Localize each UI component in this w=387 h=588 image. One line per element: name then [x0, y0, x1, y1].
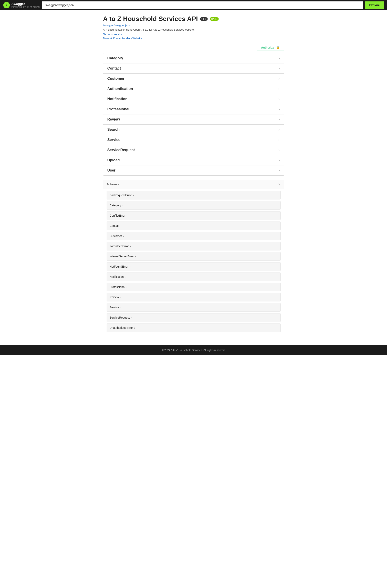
api-group-name: Review [107, 117, 120, 122]
api-group-item: Professional › [103, 104, 284, 114]
explore-button[interactable]: Explore [365, 1, 384, 9]
main-content: A to Z Household Services API 1.0.0 OAS3… [100, 10, 287, 345]
schema-chevron-right-icon: › [130, 245, 131, 248]
authorize-section: Authorize 🔓 [103, 44, 284, 51]
schema-name: ForbiddenError [110, 245, 129, 248]
api-description: API documentation using OpenAPI 3.0 for … [103, 28, 284, 31]
schema-chevron-right-icon: › [120, 296, 121, 299]
schema-name: Category [110, 204, 121, 207]
chevron-right-icon: › [279, 158, 280, 162]
schema-item[interactable]: ConflictError › [107, 211, 281, 220]
api-group-header-review[interactable]: Review › [103, 114, 284, 125]
api-group-name: User [107, 168, 116, 172]
brand-sub: POWERED BY SMARTBEAR [11, 6, 40, 8]
api-group-item: Authentication › [103, 84, 284, 94]
schema-name: Service [110, 306, 119, 309]
schema-chevron-right-icon: › [134, 326, 135, 329]
api-group-item: Customer › [103, 74, 284, 84]
api-group-name: Authentication [107, 87, 133, 91]
website-link[interactable]: Mayank Kumar Poddar - Website [103, 37, 284, 40]
api-group-name: ServiceRequest [107, 148, 135, 152]
schema-item[interactable]: BadRequestError › [107, 191, 281, 199]
api-group-item: Upload › [103, 155, 284, 166]
api-group-header-contact[interactable]: Contact › [103, 63, 284, 73]
navbar-logo: S Swagger POWERED BY SMARTBEAR [3, 2, 40, 8]
api-group-name: Search [107, 127, 120, 132]
schema-item[interactable]: ServiceRequest › [107, 313, 281, 322]
chevron-right-icon: › [279, 56, 280, 60]
api-group-header-category[interactable]: Category › [103, 53, 284, 63]
authorize-button[interactable]: Authorize 🔓 [257, 44, 284, 51]
chevron-right-icon: › [279, 148, 280, 152]
api-group-item: Service › [103, 135, 284, 145]
api-group-item: Review › [103, 114, 284, 125]
chevron-right-icon: › [279, 77, 280, 81]
brand-text-block: Swagger POWERED BY SMARTBEAR [11, 2, 40, 8]
brand-name: Swagger [11, 2, 25, 6]
api-title-row: A to Z Household Services API 1.0.0 OAS3 [103, 15, 284, 23]
schema-chevron-right-icon: › [120, 306, 121, 309]
api-group-item: Category › [103, 53, 284, 63]
api-group-header-servicerequest[interactable]: ServiceRequest › [103, 145, 284, 155]
api-group-item: Search › [103, 125, 284, 135]
api-group-header-notification[interactable]: Notification › [103, 94, 284, 104]
schema-item[interactable]: Customer › [107, 232, 281, 240]
chevron-right-icon: › [279, 97, 280, 101]
schemas-title: Schemas [107, 183, 119, 186]
schema-chevron-right-icon: › [127, 286, 127, 289]
footer-text: © 2024 A to Z Household Services. All ri… [162, 349, 225, 352]
schema-item[interactable]: NotFoundError › [107, 262, 281, 271]
schema-chevron-right-icon: › [127, 214, 127, 217]
api-group-name: Category [107, 56, 123, 60]
api-group-item: User › [103, 166, 284, 175]
chevron-right-icon: › [279, 127, 280, 132]
api-group-header-professional[interactable]: Professional › [103, 104, 284, 114]
api-group-header-authentication[interactable]: Authentication › [103, 84, 284, 94]
schema-name: Review [110, 295, 119, 299]
chevron-right-icon: › [279, 87, 280, 91]
schema-item[interactable]: Notification › [107, 273, 281, 281]
api-group-header-search[interactable]: Search › [103, 125, 284, 135]
schema-item[interactable]: InternalServerError › [107, 252, 281, 261]
schema-name: UnauthorizedError [110, 326, 133, 329]
version-badge: 1.0.0 [200, 17, 208, 21]
schema-name: ServiceRequest [110, 316, 130, 319]
schema-item[interactable]: ForbiddenError › [107, 242, 281, 251]
api-url-link[interactable]: /swagger/swagger.json [103, 24, 284, 27]
api-group-name: Service [107, 138, 120, 142]
chevron-right-icon: › [279, 138, 280, 142]
schema-name: Notification [110, 275, 124, 278]
authorize-label: Authorize [261, 46, 274, 49]
schema-chevron-right-icon: › [123, 234, 124, 238]
schema-item[interactable]: UnauthorizedError › [107, 323, 281, 332]
api-group-item: Contact › [103, 63, 284, 74]
schema-name: InternalServerError [110, 255, 134, 258]
schema-name: Professional [110, 285, 125, 289]
api-group-header-user[interactable]: User › [103, 166, 284, 175]
schema-item[interactable]: Review › [107, 293, 281, 301]
api-group-header-customer[interactable]: Customer › [103, 74, 284, 84]
schema-item[interactable]: Contact › [107, 222, 281, 230]
schemas-chevron-down-icon: ∨ [278, 182, 281, 186]
schema-chevron-right-icon: › [130, 265, 130, 268]
terms-of-service-link[interactable]: Terms of service [103, 33, 284, 36]
api-group-header-upload[interactable]: Upload › [103, 155, 284, 165]
api-group-name: Notification [107, 97, 128, 101]
api-group-name: Professional [107, 107, 129, 111]
schema-name: NotFoundError [110, 265, 129, 268]
chevron-right-icon: › [279, 168, 280, 172]
schema-chevron-right-icon: › [135, 255, 136, 258]
schema-name: Customer [110, 234, 122, 238]
api-group-name: Contact [107, 66, 121, 71]
schema-item[interactable]: Professional › [107, 283, 281, 291]
api-url-input[interactable] [42, 1, 363, 9]
schema-item[interactable]: Category › [107, 201, 281, 210]
schemas-header[interactable]: Schemas ∨ [103, 180, 284, 189]
lock-icon: 🔓 [276, 45, 280, 49]
chevron-right-icon: › [279, 107, 280, 111]
schema-chevron-right-icon: › [131, 316, 132, 319]
schema-item[interactable]: Service › [107, 303, 281, 312]
api-group-name: Upload [107, 158, 120, 162]
api-group-header-service[interactable]: Service › [103, 135, 284, 145]
chevron-right-icon: › [279, 117, 280, 122]
